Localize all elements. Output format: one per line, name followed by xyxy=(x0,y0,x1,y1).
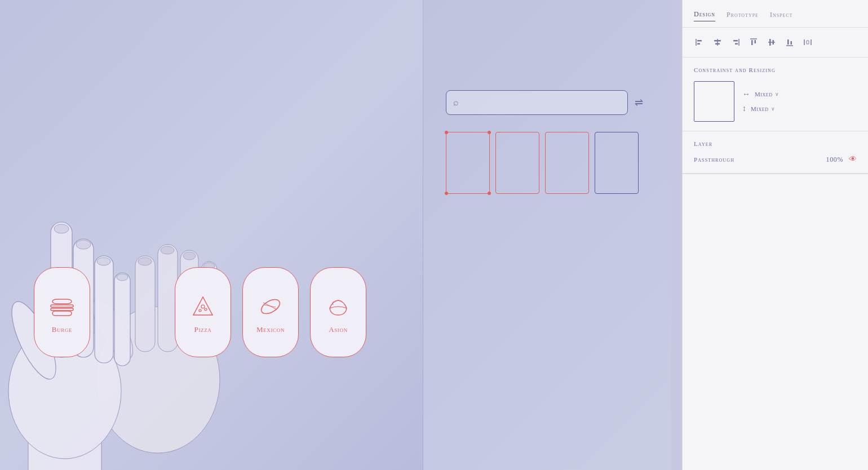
horizontal-dropdown[interactable]: Mixed ∨ xyxy=(755,91,779,97)
tab-prototype[interactable]: Prototype xyxy=(727,11,759,21)
card-wireframe-3[interactable] xyxy=(545,132,589,194)
card-wireframes-area xyxy=(446,132,643,194)
svg-line-32 xyxy=(264,305,276,307)
constraints-section: Constrainst and Resizing ↔ Mixed ∨ ↕ xyxy=(683,57,868,131)
left-canvas-area: Burge Pizza Mex xyxy=(0,0,428,470)
svg-rect-51 xyxy=(735,43,738,45)
constraints-title: Constrainst and Resizing xyxy=(694,66,857,73)
svg-rect-44 xyxy=(697,40,702,42)
selection-handle-br xyxy=(488,192,491,195)
layer-visibility-icon[interactable]: 👁 xyxy=(849,155,857,164)
selection-handle-tl xyxy=(445,131,448,134)
main-canvas: Burge Pizza Mex xyxy=(0,0,868,470)
svg-rect-63 xyxy=(807,41,809,44)
pizza-label: Pizza xyxy=(194,325,212,334)
constraint-horizontal: ↔ Mixed ∨ xyxy=(742,90,779,99)
food-card-burger[interactable]: Burge xyxy=(34,267,90,357)
svg-rect-50 xyxy=(733,40,738,42)
vertical-value: Mixed xyxy=(751,105,769,112)
layer-blend-mode[interactable]: Passthrough xyxy=(694,156,734,163)
alignment-icons xyxy=(694,37,857,48)
horizontal-arrow: ↔ xyxy=(742,90,750,99)
constraint-controls: ↔ Mixed ∨ ↕ Mixed ∨ xyxy=(742,90,779,113)
search-bar[interactable]: ⌕ xyxy=(446,90,628,115)
selection-handle-tr xyxy=(488,131,491,134)
align-left-icon[interactable] xyxy=(694,37,705,48)
dumpling-icon xyxy=(324,292,352,321)
layer-content: Passthrough 100% 👁 xyxy=(694,155,857,164)
right-hand-illustration xyxy=(621,143,671,470)
burger-icon xyxy=(48,292,76,321)
svg-rect-24 xyxy=(51,305,73,307)
align-right-icon[interactable] xyxy=(730,37,741,48)
horizontal-dropdown-arrow: ∨ xyxy=(775,91,780,97)
tab-inspect[interactable]: Inspect xyxy=(770,11,793,21)
search-area: ⌕ ⇌ xyxy=(446,90,643,115)
svg-point-7 xyxy=(161,246,174,254)
svg-point-29 xyxy=(205,308,207,311)
svg-rect-26 xyxy=(52,311,72,316)
vertical-dropdown[interactable]: Mixed ∨ xyxy=(751,105,775,112)
vertical-arrow: ↕ xyxy=(742,104,746,113)
layer-section: Layer Passthrough 100% 👁 xyxy=(683,131,868,174)
svg-point-8 xyxy=(183,252,196,260)
svg-rect-47 xyxy=(714,40,721,42)
svg-point-28 xyxy=(199,309,201,312)
food-card-pizza[interactable]: Pizza xyxy=(175,267,231,357)
food-categories: Burge Pizza Mex xyxy=(34,267,366,357)
food-card-mexicon[interactable]: Mexicon xyxy=(242,267,299,357)
panel-tabs: Design Prototype Inspect xyxy=(683,0,868,28)
constraint-vertical: ↕ Mixed ∨ xyxy=(742,104,779,113)
food-card-asion[interactable]: Asion xyxy=(310,267,366,357)
design-panel: Design Prototype Inspect xyxy=(682,0,868,470)
distribute-h-icon[interactable] xyxy=(802,37,813,48)
svg-point-39 xyxy=(663,309,671,405)
svg-rect-25 xyxy=(51,308,73,311)
layer-right-controls: 100% 👁 xyxy=(826,155,857,164)
align-center-h-icon[interactable] xyxy=(712,37,723,48)
svg-rect-23 xyxy=(52,299,72,304)
pizza-icon xyxy=(189,292,217,321)
align-middle-v-icon[interactable] xyxy=(766,37,777,48)
svg-point-18 xyxy=(76,240,91,249)
svg-rect-57 xyxy=(773,40,774,45)
svg-rect-59 xyxy=(787,39,789,45)
burger-label: Burge xyxy=(52,325,72,334)
filter-icon[interactable]: ⇌ xyxy=(635,96,643,109)
svg-rect-45 xyxy=(697,43,700,45)
svg-point-19 xyxy=(97,258,110,265)
card-wireframe-2[interactable] xyxy=(495,132,539,194)
mexicon-label: Mexicon xyxy=(256,325,285,334)
card-wireframe-1[interactable] xyxy=(446,132,490,194)
svg-rect-48 xyxy=(715,43,720,45)
wrap-icon xyxy=(256,292,285,321)
constraints-content: ↔ Mixed ∨ ↕ Mixed ∨ xyxy=(694,81,857,122)
svg-rect-53 xyxy=(751,40,753,45)
asion-label: Asion xyxy=(329,325,348,334)
alignment-section xyxy=(683,28,868,57)
constraint-diagram xyxy=(694,81,734,122)
layer-opacity-value: 100% xyxy=(826,156,843,164)
svg-rect-54 xyxy=(755,40,756,43)
align-bottom-icon[interactable] xyxy=(784,37,795,48)
vertical-dropdown-arrow: ∨ xyxy=(771,106,776,112)
layer-title: Layer xyxy=(694,140,857,147)
search-icon: ⌕ xyxy=(453,97,459,108)
svg-point-17 xyxy=(54,224,69,233)
horizontal-value: Mixed xyxy=(755,91,773,97)
tab-design[interactable]: Design xyxy=(694,10,715,21)
svg-rect-56 xyxy=(769,39,771,46)
selection-handle-bl xyxy=(445,192,448,195)
align-top-icon[interactable] xyxy=(748,37,759,48)
svg-point-27 xyxy=(201,305,205,308)
svg-point-6 xyxy=(138,258,152,265)
svg-rect-60 xyxy=(791,41,792,45)
bottom-section xyxy=(683,174,868,470)
right-canvas-area: ⌕ ⇌ xyxy=(423,0,671,470)
wireframe-ui: ⌕ ⇌ xyxy=(446,90,643,194)
